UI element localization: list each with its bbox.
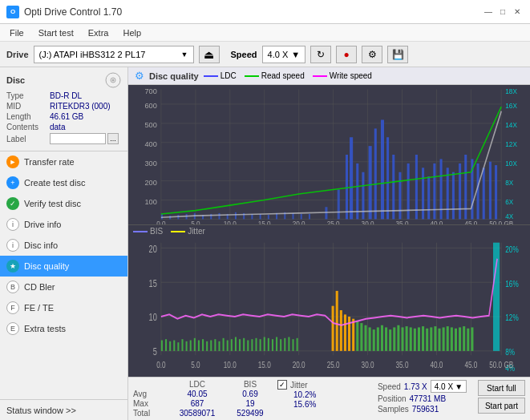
menu-file[interactable]: File bbox=[3, 26, 30, 39]
sidebar-item-disc-info-label: Disc info bbox=[24, 240, 58, 250]
svg-rect-172 bbox=[447, 326, 449, 351]
legend-ldc-color bbox=[204, 75, 218, 77]
svg-rect-152 bbox=[364, 325, 366, 351]
chart-legend: LDC Read speed Write speed bbox=[204, 71, 372, 80]
svg-text:15.0: 15.0 bbox=[258, 360, 271, 370]
svg-rect-147 bbox=[344, 314, 346, 351]
disc-contents-row: Contents data bbox=[6, 123, 121, 131]
disc-contents: data bbox=[50, 123, 65, 131]
svg-text:40.0: 40.0 bbox=[430, 220, 443, 224]
svg-rect-153 bbox=[369, 327, 371, 350]
sidebar-item-extra-tests[interactable]: E Extra tests bbox=[0, 318, 127, 339]
svg-rect-55 bbox=[422, 168, 424, 219]
stats-col-headers: LDC BIS bbox=[133, 380, 274, 389]
avg-bis-val: 0.69 bbox=[226, 390, 274, 398]
svg-text:10.0: 10.0 bbox=[224, 220, 237, 224]
disc-quality-icon: ★ bbox=[6, 260, 19, 273]
svg-rect-94 bbox=[128, 237, 530, 377]
sidebar-item-cd-bler[interactable]: B CD Bler bbox=[0, 277, 127, 297]
sidebar-item-verify-test[interactable]: ✓ Verify test disc bbox=[0, 193, 127, 214]
minimize-button[interactable]: — bbox=[482, 6, 495, 18]
drivebar: Drive (J:) ATAPI iHBS312 2 PL17 ▼ ⏏ Spee… bbox=[0, 42, 530, 67]
sidebar: Disc Type BD-R DL MID RITEKDR3 (000) Len… bbox=[0, 67, 128, 420]
svg-rect-65 bbox=[483, 168, 485, 219]
svg-text:45.0: 45.0 bbox=[464, 360, 477, 370]
position-label: Position bbox=[378, 394, 407, 403]
jitter-label-stat: Jitter bbox=[290, 381, 308, 390]
speed-select-val: 4.0 X bbox=[435, 382, 453, 391]
speed-select[interactable]: 4.0 X ▼ bbox=[262, 46, 306, 63]
svg-text:5.0: 5.0 bbox=[191, 360, 200, 370]
svg-rect-165 bbox=[418, 327, 420, 350]
eject-button[interactable]: ⏏ bbox=[199, 46, 220, 63]
disc-label-button[interactable]: ... bbox=[107, 133, 119, 144]
sidebar-item-transfer-rate[interactable]: ► Transfer rate bbox=[0, 151, 127, 172]
legend-write-speed-label: Write speed bbox=[330, 71, 372, 80]
start-full-button[interactable]: Start full bbox=[478, 380, 525, 396]
svg-text:200: 200 bbox=[144, 178, 156, 187]
maximize-button[interactable]: □ bbox=[496, 6, 509, 18]
ldc-bis-stats: LDC BIS Avg 40.05 0.69 Max 687 19 Tota bbox=[133, 380, 274, 418]
svg-text:12%: 12% bbox=[505, 313, 519, 322]
svg-rect-50 bbox=[386, 137, 389, 219]
settings-button[interactable]: ⚙ bbox=[362, 46, 382, 63]
save-button[interactable]: 💾 bbox=[387, 46, 408, 63]
menu-extra[interactable]: Extra bbox=[82, 26, 115, 39]
svg-rect-142 bbox=[292, 339, 293, 351]
total-ldc-val: 30589071 bbox=[168, 409, 226, 418]
svg-text:25.0: 25.0 bbox=[327, 360, 340, 370]
jitter-checkbox[interactable]: ✓ bbox=[277, 380, 287, 390]
svg-rect-44 bbox=[350, 137, 353, 219]
drive-select[interactable]: (J:) ATAPI iHBS312 2 PL17 ▼ bbox=[34, 46, 194, 63]
svg-rect-34 bbox=[260, 214, 261, 220]
position-val: 47731 MB bbox=[410, 394, 447, 403]
svg-rect-168 bbox=[430, 327, 432, 350]
speed-stat-val: 1.73 X bbox=[404, 382, 427, 391]
svg-text:40.0: 40.0 bbox=[430, 360, 443, 370]
dq-icon: ⚙ bbox=[135, 70, 144, 82]
menubar: File Start test Extra Help bbox=[0, 24, 530, 42]
svg-text:50.0 GB: 50.0 GB bbox=[489, 360, 513, 370]
total-row: Total 30589071 529499 bbox=[133, 409, 274, 418]
sidebar-item-drive-info[interactable]: i Drive info bbox=[0, 214, 127, 235]
svg-rect-177 bbox=[467, 329, 469, 351]
svg-text:400: 400 bbox=[144, 139, 156, 148]
svg-rect-48 bbox=[374, 128, 377, 219]
speed-arrow: ▼ bbox=[291, 50, 300, 59]
sidebar-item-disc-info[interactable]: i Disc info bbox=[0, 235, 127, 256]
disc-panel-title: Disc bbox=[6, 75, 25, 85]
sidebar-item-create-test[interactable]: + Create test disc bbox=[0, 172, 127, 193]
bis-color bbox=[133, 231, 148, 232]
stats-row: LDC BIS Avg 40.05 0.69 Max 687 19 Tota bbox=[133, 380, 525, 418]
svg-text:35.0: 35.0 bbox=[396, 360, 409, 370]
close-button[interactable]: ✕ bbox=[511, 6, 524, 18]
svg-rect-22 bbox=[161, 214, 163, 220]
sidebar-item-disc-quality[interactable]: ★ Disc quality bbox=[0, 256, 127, 277]
menu-help[interactable]: Help bbox=[116, 26, 148, 39]
svg-text:45.0: 45.0 bbox=[464, 220, 477, 224]
app-title: Opti Drive Control 1.70 bbox=[24, 6, 122, 18]
svg-rect-154 bbox=[373, 329, 375, 351]
svg-text:10: 10 bbox=[149, 312, 157, 322]
sidebar-item-fe-te[interactable]: F FE / TE bbox=[0, 297, 127, 318]
start-part-button[interactable]: Start part bbox=[478, 398, 525, 414]
speed-select-arrow: ▼ bbox=[455, 382, 463, 391]
svg-text:0.0: 0.0 bbox=[156, 220, 166, 224]
svg-rect-116 bbox=[186, 341, 188, 351]
svg-rect-175 bbox=[459, 327, 461, 350]
content-area: ⚙ Disc quality LDC Read speed Write spee… bbox=[128, 67, 530, 420]
max-label: Max bbox=[133, 399, 168, 408]
menu-starttest[interactable]: Start test bbox=[32, 26, 80, 39]
svg-point-2 bbox=[112, 79, 115, 82]
svg-text:20.0: 20.0 bbox=[293, 360, 305, 370]
chart2-container: 20 15 10 5 20% 16% 12% 8% 4% 0.0 5.0 10.… bbox=[128, 237, 530, 377]
legend-read-speed-color bbox=[245, 75, 259, 77]
burn-button[interactable]: ● bbox=[336, 46, 357, 63]
svg-rect-137 bbox=[272, 339, 273, 351]
refresh-button[interactable]: ↻ bbox=[310, 46, 331, 63]
speed-select-small[interactable]: 4.0 X ▼ bbox=[431, 380, 467, 393]
svg-text:30.0: 30.0 bbox=[362, 220, 374, 224]
disc-label-input[interactable] bbox=[50, 133, 106, 144]
status-window-button[interactable]: Status window >> bbox=[0, 399, 127, 420]
svg-rect-130 bbox=[243, 338, 245, 351]
